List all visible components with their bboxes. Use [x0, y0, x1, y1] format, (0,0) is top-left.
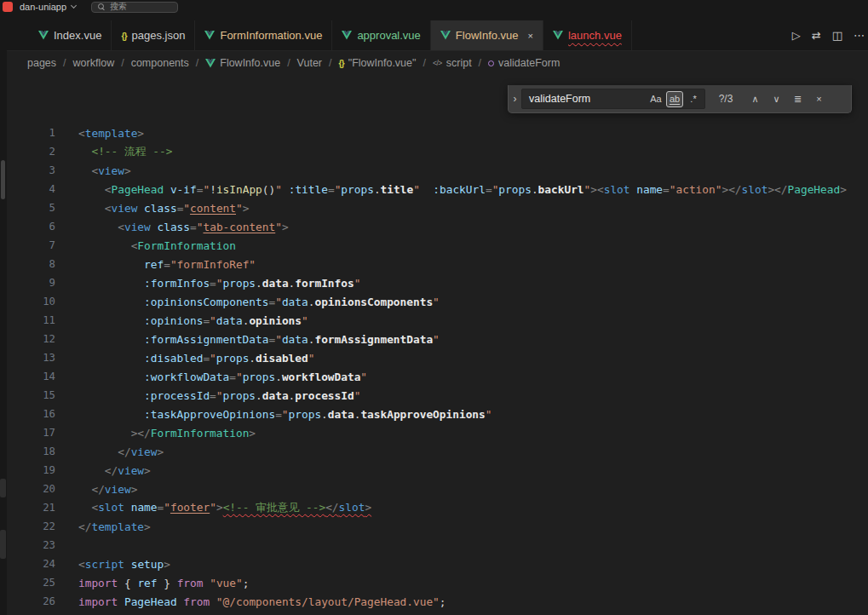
find-buttons: ∧∨≣×: [746, 90, 828, 108]
code-lines: 1<template>2 <!-- 流程 -->3 <view>4 <PageH…: [7, 124, 868, 611]
code-line[interactable]: 2 <!-- 流程 -->: [7, 142, 868, 161]
code-line[interactable]: 1<template>: [7, 124, 868, 142]
toggle-replace-button[interactable]: ›: [509, 93, 521, 105]
editor[interactable]: › validateForm Aaab.* ?/3 ∧∨≣× 1<templat…: [7, 75, 868, 615]
line-number: 25: [7, 577, 55, 589]
code-line[interactable]: 10 :opinionsComponents="data.opinionsCom…: [7, 292, 868, 311]
tab-forminformation-vue[interactable]: FormInformation.vue: [195, 20, 332, 50]
code-token: opinions: [249, 314, 302, 327]
code-line[interactable]: 25import { ref } from "vue";: [7, 573, 868, 592]
code-line[interactable]: 6 <view class="tab-content">: [7, 217, 868, 236]
code-token: content: [190, 202, 236, 215]
find-option-regex[interactable]: .*: [685, 91, 702, 107]
code-line[interactable]: 14 :workflowData="props.workflowData": [7, 367, 868, 386]
code-token: >: [157, 445, 164, 458]
tab-flowinfo-vue[interactable]: FlowInfo.vue×: [431, 20, 543, 50]
code-token: (): [262, 183, 275, 196]
tab-pages-json[interactable]: {}pages.json: [112, 20, 195, 50]
code-token: script: [85, 558, 124, 571]
close-icon[interactable]: ×: [528, 31, 533, 41]
find-next-button[interactable]: ∨: [767, 90, 785, 108]
tab-approval-vue[interactable]: approval.vue: [332, 20, 430, 50]
tab-label: approval.vue: [357, 29, 420, 42]
sliver-mark: [0, 479, 6, 497]
line-content: :formInfos="props.data.formInfos": [55, 277, 360, 290]
code-token: !: [210, 183, 216, 196]
code-line[interactable]: 21 <slot name="footer"><!-- 审批意见 --></sl…: [7, 498, 868, 517]
find-option-whole-word[interactable]: ab: [666, 91, 683, 107]
code-token: [118, 595, 124, 608]
tab-launch-vue[interactable]: launch.vue: [543, 20, 632, 50]
code-line[interactable]: 12 :formAssignmentData="data.formAssignm…: [7, 330, 868, 348]
code-token: data: [262, 389, 289, 402]
line-number: 13: [7, 352, 55, 364]
code-line[interactable]: 15 :processId="props.data.processId": [7, 386, 868, 405]
code-line[interactable]: 23: [7, 536, 868, 555]
code-line[interactable]: 26import PageHead from "@/components/lay…: [7, 592, 868, 611]
code-token: >: [144, 520, 151, 533]
find-previous-button[interactable]: ∧: [746, 90, 764, 108]
code-line[interactable]: 24<script setup>: [7, 555, 868, 573]
code-line[interactable]: 20 </view>: [7, 480, 868, 498]
code-line[interactable]: 7 <FormInformation: [7, 236, 868, 255]
line-number: 15: [7, 389, 55, 401]
find-input[interactable]: validateForm Aaab.*: [521, 89, 705, 109]
activity-bar-handle[interactable]: [1, 160, 5, 199]
chevron-down-icon: [71, 3, 77, 9]
code-line[interactable]: 17 ></FormInformation>: [7, 423, 868, 442]
close-find-button[interactable]: ×: [810, 90, 828, 108]
code-token: [124, 501, 131, 514]
breadcrumb-item[interactable]: components: [131, 57, 189, 69]
code-line[interactable]: 22</template>: [7, 517, 868, 536]
breadcrumb-item[interactable]: workflow: [73, 57, 115, 69]
code-line[interactable]: 5 <view class="content">: [7, 198, 868, 217]
code-line[interactable]: 13 :disabled="props.disabled": [7, 348, 868, 367]
code-line[interactable]: 19 </view>: [7, 461, 868, 480]
code-token: [78, 464, 105, 477]
code-token: .: [249, 352, 256, 365]
tab-index-vue[interactable]: Index.vue: [29, 20, 112, 50]
code-line[interactable]: 16 :taskApproveOpinions="props.data.task…: [7, 405, 868, 423]
find-option-match-case[interactable]: Aa: [647, 91, 664, 107]
breadcrumb-item[interactable]: {}"FlowInfo.vue": [339, 57, 417, 69]
line-number: 8: [7, 258, 55, 270]
code-line[interactable]: 11 :opinions="data.opinions": [7, 311, 868, 330]
code-line[interactable]: 4 <PageHead v-if="!isInApp()" :title="pr…: [7, 180, 868, 198]
code-line[interactable]: 3 <view>: [7, 161, 868, 180]
code-token: [118, 577, 124, 589]
line-number: 5: [7, 202, 55, 214]
code-line[interactable]: 9 :formInfos="props.data.formInfos": [7, 273, 868, 292]
more-actions-button[interactable]: ⋯: [854, 29, 865, 42]
breadcrumb-separator: /: [121, 57, 124, 69]
breadcrumb-item[interactable]: </>script: [433, 57, 472, 69]
code-token: :formAssignmentData: [144, 333, 268, 346]
breadcrumb-item[interactable]: validateForm: [488, 57, 560, 69]
line-content: :taskApproveOpinions="props.data.taskApp…: [55, 408, 491, 421]
json-braces-icon: {}: [339, 58, 344, 68]
workspace-menu[interactable]: dan-uniapp: [20, 2, 76, 12]
code-token: :taskApproveOpinions: [144, 408, 275, 421]
tab-label: launch.vue: [568, 29, 622, 42]
code-line[interactable]: 8 ref="formInfoRef": [7, 255, 868, 273]
code-token: :title: [289, 183, 328, 196]
code-line[interactable]: 18 </view>: [7, 442, 868, 461]
code-token: ref: [144, 258, 164, 271]
code-token: props: [243, 371, 276, 383]
breadcrumb-item[interactable]: pages: [27, 57, 56, 69]
code-token: title: [381, 183, 414, 196]
split-editor-button[interactable]: ◫: [832, 29, 842, 42]
run-button[interactable]: ▷: [792, 29, 801, 42]
line-number: 11: [7, 314, 55, 326]
titlebar-search[interactable]: 搜索: [91, 2, 178, 13]
breadcrumb-item[interactable]: Vuter: [297, 57, 322, 69]
code-token: [137, 202, 144, 215]
breadcrumb-separator: /: [287, 57, 290, 69]
breadcrumb-item[interactable]: FlowInfo.vue: [205, 57, 280, 69]
line-content: </view>: [55, 445, 164, 458]
open-changes-button[interactable]: ⇄: [812, 29, 821, 42]
find-in-selection-button[interactable]: ≣: [789, 90, 807, 108]
app-icon[interactable]: [3, 2, 13, 12]
code-token: [78, 145, 91, 158]
code-token: }: [158, 577, 170, 589]
code-token: ": [236, 202, 243, 215]
